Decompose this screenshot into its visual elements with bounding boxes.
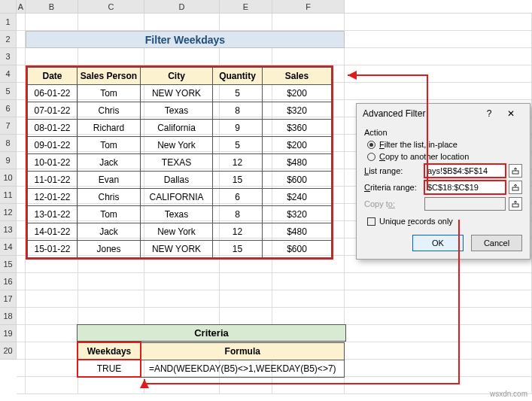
watermark: wsxdn.com	[490, 390, 527, 398]
annotation-arrows	[0, 0, 532, 401]
